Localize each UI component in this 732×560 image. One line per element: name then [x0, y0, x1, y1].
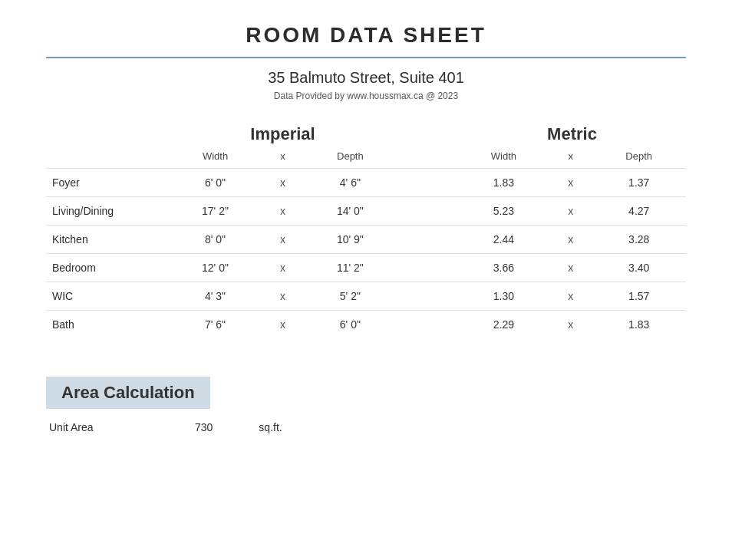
met-depth-val: 4.27 [592, 197, 686, 226]
met-depth-val: 3.40 [592, 254, 686, 282]
metric-header: Metric [458, 124, 686, 147]
area-section: Area Calculation Unit Area 730 sq.ft. [46, 377, 686, 433]
imp-depth-val: 5' 2" [304, 282, 397, 311]
imp-x-col-header: x [262, 147, 304, 169]
met-depth-val: 1.37 [592, 169, 686, 197]
table-row: Bath 7' 6" x 6' 0" 2.29 x 1.83 [46, 311, 686, 339]
room-name: Bath [46, 311, 169, 339]
imp-depth-val: 11' 2" [304, 254, 397, 282]
met-depth-col-header: Depth [592, 147, 686, 169]
table-row: WIC 4' 3" x 5' 2" 1.30 x 1.57 [46, 282, 686, 311]
imp-width-val: 8' 0" [169, 226, 262, 254]
met-x-col-header: x [549, 147, 592, 169]
imp-x-val: x [262, 254, 304, 282]
imp-depth-val: 4' 6" [304, 169, 397, 197]
address: 35 Balmuto Street, Suite 401 [46, 69, 686, 87]
room-name: WIC [46, 282, 169, 311]
imp-x-val: x [262, 282, 304, 311]
met-x-val: x [549, 254, 592, 282]
col-header-row: Width x Depth Width x Depth [46, 147, 686, 169]
table-row: Kitchen 8' 0" x 10' 9" 2.44 x 3.28 [46, 226, 686, 254]
room-data-table: Imperial Metric Width x Depth Width x De… [46, 124, 686, 338]
table-row: Bedroom 12' 0" x 11' 2" 3.66 x 3.40 [46, 254, 686, 282]
imperial-header: Imperial [169, 124, 397, 147]
area-row: Unit Area 730 sq.ft. [46, 421, 686, 433]
imp-width-val: 4' 3" [169, 282, 262, 311]
imp-depth-col-header: Depth [304, 147, 397, 169]
met-depth-val: 3.28 [592, 226, 686, 254]
imp-depth-val: 6' 0" [304, 311, 397, 339]
met-x-val: x [549, 282, 592, 311]
page-title: ROOM DATA SHEET [46, 23, 686, 58]
met-x-val: x [549, 197, 592, 226]
room-name: Kitchen [46, 226, 169, 254]
data-provider: Data Provided by www.houssmax.ca @ 2023 [46, 91, 686, 101]
imp-x-val: x [262, 169, 304, 197]
area-label: Unit Area [49, 421, 149, 433]
area-unit: sq.ft. [259, 421, 282, 433]
met-width-val: 5.23 [458, 197, 549, 226]
area-calculation-heading: Area Calculation [46, 377, 210, 409]
met-width-val: 1.30 [458, 282, 549, 311]
met-width-col-header: Width [458, 147, 549, 169]
imp-x-val: x [262, 197, 304, 226]
met-width-val: 2.29 [458, 311, 549, 339]
imp-depth-val: 10' 9" [304, 226, 397, 254]
imp-width-val: 6' 0" [169, 169, 262, 197]
met-depth-val: 1.57 [592, 282, 686, 311]
met-width-val: 2.44 [458, 226, 549, 254]
met-width-val: 1.83 [458, 169, 549, 197]
imp-width-val: 17' 2" [169, 197, 262, 226]
met-width-val: 3.66 [458, 254, 549, 282]
imp-width-val: 7' 6" [169, 311, 262, 339]
met-depth-val: 1.83 [592, 311, 686, 339]
met-x-val: x [549, 169, 592, 197]
room-name: Foyer [46, 169, 169, 197]
met-x-val: x [549, 311, 592, 339]
imp-x-val: x [262, 226, 304, 254]
section-header-row: Imperial Metric [46, 124, 686, 147]
met-x-val: x [549, 226, 592, 254]
table-row: Foyer 6' 0" x 4' 6" 1.83 x 1.37 [46, 169, 686, 197]
table-row: Living/Dining 17' 2" x 14' 0" 5.23 x 4.2… [46, 197, 686, 226]
imp-depth-val: 14' 0" [304, 197, 397, 226]
room-name: Bedroom [46, 254, 169, 282]
imp-width-col-header: Width [169, 147, 262, 169]
area-value: 730 [195, 421, 213, 433]
imp-width-val: 12' 0" [169, 254, 262, 282]
imp-x-val: x [262, 311, 304, 339]
room-name: Living/Dining [46, 197, 169, 226]
